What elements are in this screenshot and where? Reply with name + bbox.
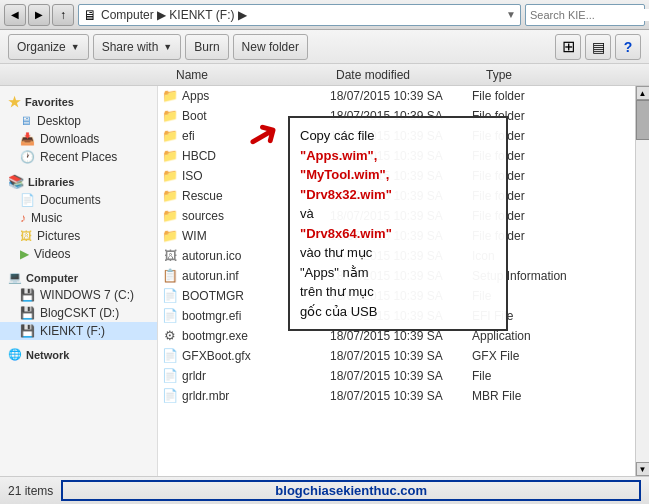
scroll-up-button[interactable]: ▲ xyxy=(636,86,650,100)
sidebar-network-header[interactable]: 🌐 Network xyxy=(0,344,157,363)
file-name-cell: Apps xyxy=(182,89,322,103)
file-date-cell: 18/07/2015 10:39 SA xyxy=(322,389,472,403)
file-name-cell: grldr.mbr xyxy=(182,389,322,403)
downloads-icon: 📥 xyxy=(20,132,35,146)
overlay-text10: gốc của USB xyxy=(300,304,377,319)
sidebar-item-kienkt[interactable]: 💾 KIENKT (F:) xyxy=(0,322,157,340)
computer-icon: 💻 xyxy=(8,271,22,284)
overlay-text4: "Drv8x32.wim" xyxy=(300,187,392,202)
file-type-icon: 📁 xyxy=(162,88,178,104)
annotation-box: Copy các file "Apps.wim", "MyTool.wim", … xyxy=(288,116,508,331)
computer-label: Computer xyxy=(26,272,78,284)
file-type-cell: File xyxy=(472,369,592,383)
file-type-icon: ⚙ xyxy=(162,328,178,344)
search-bar[interactable]: 🔍 xyxy=(525,4,645,26)
col-header-name[interactable]: Name xyxy=(168,68,328,82)
file-type-icon: 📄 xyxy=(162,288,178,304)
burn-button[interactable]: Burn xyxy=(185,34,228,60)
win7-label: WINDOWS 7 (C:) xyxy=(40,288,134,302)
table-row[interactable]: 📄 GFXBoot.gfx 18/07/2015 10:39 SA GFX Fi… xyxy=(158,346,635,366)
new-folder-button[interactable]: New folder xyxy=(233,34,308,60)
file-type-icon: 📄 xyxy=(162,348,178,364)
burn-label: Burn xyxy=(194,40,219,54)
items-count: 21 items xyxy=(8,484,53,498)
sidebar-item-downloads[interactable]: 📥 Downloads xyxy=(0,130,157,148)
file-type-cell: File folder xyxy=(472,89,592,103)
file-type-icon: 📁 xyxy=(162,228,178,244)
col-header-date[interactable]: Date modified xyxy=(328,68,478,82)
blog-drive-icon: 💾 xyxy=(20,306,35,320)
folder-icon: 🖥 xyxy=(83,7,97,23)
sidebar-item-desktop[interactable]: 🖥 Desktop xyxy=(0,112,157,130)
file-name-cell: grldr xyxy=(182,369,322,383)
organize-button[interactable]: Organize ▼ xyxy=(8,34,89,60)
organize-label: Organize xyxy=(17,40,66,54)
file-type-icon: 📁 xyxy=(162,148,178,164)
favorites-label: Favorites xyxy=(25,96,74,108)
file-type-icon: 🖼 xyxy=(162,248,178,264)
sidebar-item-pictures[interactable]: 🖼 Pictures xyxy=(0,227,157,245)
main-content: ★ Favorites 🖥 Desktop 📥 Downloads 🕐 Rece… xyxy=(0,86,649,476)
nav-buttons: ◀ ▶ ↑ xyxy=(4,4,74,26)
file-name-cell: GFXBoot.gfx xyxy=(182,349,322,363)
documents-label: Documents xyxy=(40,193,101,207)
scroll-down-button[interactable]: ▼ xyxy=(636,462,650,476)
sidebar-item-recent[interactable]: 🕐 Recent Places xyxy=(0,148,157,166)
file-type-icon: 📁 xyxy=(162,208,178,224)
file-type-icon: 📄 xyxy=(162,388,178,404)
kienkt-drive-icon: 💾 xyxy=(20,324,35,338)
file-type-cell: Application xyxy=(472,329,592,343)
sidebar-item-videos[interactable]: ▶ Videos xyxy=(0,245,157,263)
sidebar-item-documents[interactable]: 📄 Documents xyxy=(0,191,157,209)
network-label: Network xyxy=(26,349,69,361)
sidebar-item-win7[interactable]: 💾 WINDOWS 7 (C:) xyxy=(0,286,157,304)
share-label: Share with xyxy=(102,40,159,54)
file-list: ➜ Copy các file "Apps.wim", "MyTool.wim"… xyxy=(158,86,635,476)
col-header-type[interactable]: Type xyxy=(478,68,598,82)
view-details-button[interactable]: ▤ xyxy=(585,34,611,60)
up-button[interactable]: ↑ xyxy=(52,4,74,26)
scroll-track xyxy=(636,100,650,462)
sidebar-item-music[interactable]: ♪ Music xyxy=(0,209,157,227)
address-text: Computer ▶ KIENKT (F:) ▶ xyxy=(101,8,502,22)
address-chevron-icon: ▼ xyxy=(506,9,516,20)
back-button[interactable]: ◀ xyxy=(4,4,26,26)
downloads-label: Downloads xyxy=(40,132,99,146)
music-icon: ♪ xyxy=(20,211,26,225)
videos-label: Videos xyxy=(34,247,70,261)
share-with-button[interactable]: Share with ▼ xyxy=(93,34,182,60)
videos-icon: ▶ xyxy=(20,247,29,261)
help-button[interactable]: ? xyxy=(615,34,641,60)
table-row[interactable]: 📁 Apps 18/07/2015 10:39 SA File folder xyxy=(158,86,635,106)
organize-chevron-icon: ▼ xyxy=(71,42,80,52)
win7-drive-icon: 💾 xyxy=(20,288,35,302)
forward-button[interactable]: ▶ xyxy=(28,4,50,26)
sidebar-computer-header[interactable]: 💻 Computer xyxy=(0,267,157,286)
table-row[interactable]: 📄 grldr 18/07/2015 10:39 SA File xyxy=(158,366,635,386)
overlay-text6: "Drv8x64.wim" xyxy=(300,226,392,241)
file-type-icon: 📋 xyxy=(162,268,178,284)
sidebar-libraries-section: 📚 Libraries 📄 Documents ♪ Music 🖼 Pictur… xyxy=(0,170,157,263)
address-bar[interactable]: 🖥 Computer ▶ KIENKT (F:) ▶ ▼ xyxy=(78,4,521,26)
favorites-star-icon: ★ xyxy=(8,94,21,110)
scroll-thumb[interactable] xyxy=(636,100,650,140)
sidebar-network-section: 🌐 Network xyxy=(0,344,157,363)
sidebar-favorites-header[interactable]: ★ Favorites xyxy=(0,90,157,112)
search-input[interactable] xyxy=(530,9,649,21)
view-toggle-button[interactable]: ⊞ xyxy=(555,34,581,60)
new-folder-label: New folder xyxy=(242,40,299,54)
file-name-cell: bootmgr.exe xyxy=(182,329,322,343)
sidebar-item-blog[interactable]: 💾 BlogCSKT (D:) xyxy=(0,304,157,322)
overlay-text7: vào thư mục xyxy=(300,245,372,260)
file-type-icon: 📁 xyxy=(162,188,178,204)
overlay-text3: "MyTool.wim", xyxy=(300,167,389,182)
overlay-text2: "Apps.wim", xyxy=(300,148,377,163)
file-type-icon: 📁 xyxy=(162,168,178,184)
overlay-text1: Copy các file xyxy=(300,128,374,143)
file-date-cell: 18/07/2015 10:39 SA xyxy=(322,89,472,103)
scrollbar[interactable]: ▲ ▼ xyxy=(635,86,649,476)
sidebar-libraries-header[interactable]: 📚 Libraries xyxy=(0,170,157,191)
toolbar-right: ⊞ ▤ ? xyxy=(555,34,641,60)
table-row[interactable]: 📄 grldr.mbr 18/07/2015 10:39 SA MBR File xyxy=(158,386,635,406)
network-icon: 🌐 xyxy=(8,348,22,361)
